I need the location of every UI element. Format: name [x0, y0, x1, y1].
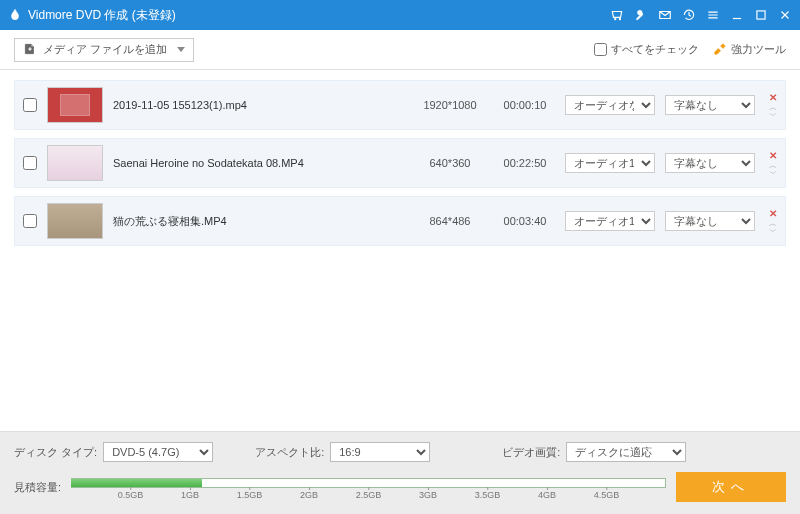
app-logo-icon [8, 8, 22, 22]
history-icon[interactable] [682, 8, 696, 22]
disk-type-label: ディスク タイプ: [14, 445, 97, 460]
row-checkbox[interactable] [23, 214, 37, 228]
chevron-down-icon [177, 47, 185, 52]
capacity-fill [71, 479, 202, 487]
row-checkbox[interactable] [23, 98, 37, 112]
add-media-label: メディア ファイルを追加 [43, 42, 167, 57]
audio-select[interactable]: オーディオ1 [565, 211, 655, 231]
titlebar: Vidmore DVD 作成 (未登録) [0, 0, 800, 30]
duration: 00:03:40 [495, 215, 555, 227]
audio-select[interactable]: オーディオなし [565, 95, 655, 115]
thumbnail[interactable] [47, 145, 103, 181]
move-up-icon[interactable]: ︿ [769, 220, 777, 227]
audio-select[interactable]: オーディオ1 [565, 153, 655, 173]
add-media-button[interactable]: メディア ファイルを追加 [14, 38, 194, 62]
app-title: Vidmore DVD 作成 (未登録) [28, 7, 610, 24]
aspect-label: アスペクト比: [255, 445, 324, 460]
capacity-tick: 0.5GB [118, 490, 144, 500]
mail-icon[interactable] [658, 8, 672, 22]
move-down-icon[interactable]: ﹀ [769, 112, 777, 119]
capacity-tick: 2GB [300, 490, 318, 500]
minimize-icon[interactable] [730, 8, 744, 22]
subtitle-select[interactable]: 字幕なし [665, 153, 755, 173]
tools-icon [713, 42, 727, 58]
file-name: 2019-11-05 155123(1).mp4 [113, 99, 405, 111]
subtitle-select[interactable]: 字幕なし [665, 95, 755, 115]
capacity-tick: 1GB [181, 490, 199, 500]
capacity-tick: 3.5GB [475, 490, 501, 500]
disk-type-select[interactable]: DVD-5 (4.7G) [103, 442, 213, 462]
move-up-icon[interactable]: ︿ [769, 104, 777, 111]
key-icon[interactable] [634, 8, 648, 22]
check-all-checkbox[interactable] [594, 43, 607, 56]
move-down-icon[interactable]: ﹀ [769, 228, 777, 235]
capacity-tick: 3GB [419, 490, 437, 500]
capacity-label: 見積容量: [14, 480, 61, 495]
subtitle-select[interactable]: 字幕なし [665, 211, 755, 231]
file-row: 猫の荒ぶる寝相集.MP4 864*486 00:03:40 オーディオ1 字幕な… [14, 196, 786, 246]
next-button[interactable]: 次へ [676, 472, 786, 502]
svg-rect-0 [757, 11, 765, 19]
check-all-label: すべてをチェック [611, 42, 699, 57]
delete-icon[interactable]: ✕ [769, 92, 777, 103]
move-down-icon[interactable]: ﹀ [769, 170, 777, 177]
file-row: 2019-11-05 155123(1).mp4 1920*1080 00:00… [14, 80, 786, 130]
move-up-icon[interactable]: ︿ [769, 162, 777, 169]
check-all[interactable]: すべてをチェック [594, 42, 699, 57]
power-tools-label: 強力ツール [731, 42, 786, 57]
capacity-tick: 4.5GB [594, 490, 620, 500]
resolution: 640*360 [415, 157, 485, 169]
thumbnail[interactable] [47, 87, 103, 123]
delete-icon[interactable]: ✕ [769, 208, 777, 219]
cart-icon[interactable] [610, 8, 624, 22]
capacity-tick: 2.5GB [356, 490, 382, 500]
file-row: Saenai Heroine no Sodatekata 08.MP4 640*… [14, 138, 786, 188]
file-name: 猫の荒ぶる寝相集.MP4 [113, 214, 405, 229]
duration: 00:00:10 [495, 99, 555, 111]
row-checkbox[interactable] [23, 156, 37, 170]
capacity-tick: 1.5GB [237, 490, 263, 500]
duration: 00:22:50 [495, 157, 555, 169]
maximize-icon[interactable] [754, 8, 768, 22]
toolbar: メディア ファイルを追加 すべてをチェック 強力ツール [0, 30, 800, 70]
add-file-icon [23, 42, 37, 58]
footer: ディスク タイプ: DVD-5 (4.7G) アスペクト比: 16:9 ビデオ画… [0, 431, 800, 514]
titlebar-actions [610, 8, 792, 22]
quality-label: ビデオ画質: [502, 445, 560, 460]
delete-icon[interactable]: ✕ [769, 150, 777, 161]
file-list: 2019-11-05 155123(1).mp4 1920*1080 00:00… [0, 70, 800, 431]
quality-select[interactable]: ディスクに適応 [566, 442, 686, 462]
menu-icon[interactable] [706, 8, 720, 22]
power-tools-button[interactable]: 強力ツール [713, 42, 786, 58]
file-name: Saenai Heroine no Sodatekata 08.MP4 [113, 157, 405, 169]
capacity-tick: 4GB [538, 490, 556, 500]
resolution: 864*486 [415, 215, 485, 227]
resolution: 1920*1080 [415, 99, 485, 111]
aspect-select[interactable]: 16:9 [330, 442, 430, 462]
thumbnail[interactable] [47, 203, 103, 239]
close-icon[interactable] [778, 8, 792, 22]
capacity-bar: 0.5GB1GB1.5GB2GB2.5GB3GB3.5GB4GB4.5GB [71, 476, 666, 498]
